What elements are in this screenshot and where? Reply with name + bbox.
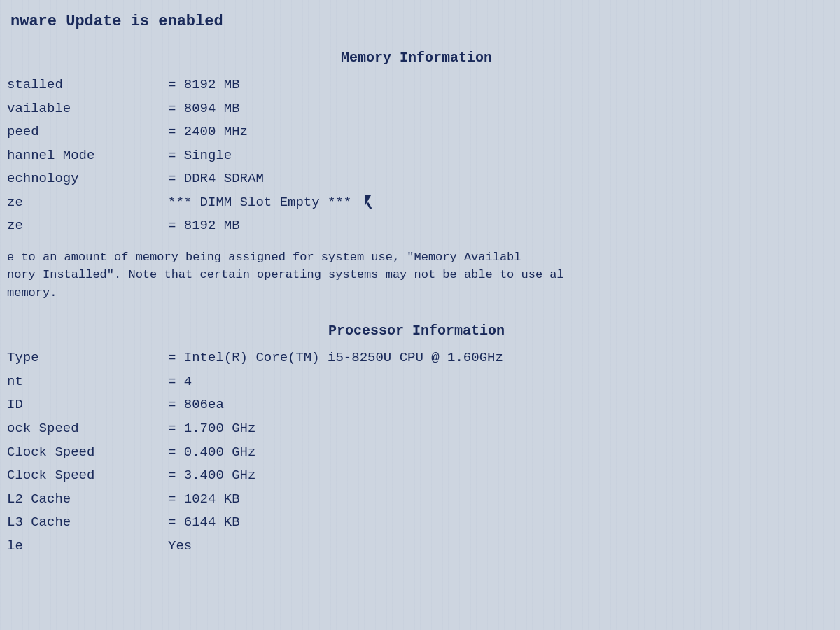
memory-value-dimm-empty: *** DIMM Slot Empty ***	[168, 193, 377, 213]
memory-label-channel: hannel Mode	[7, 146, 168, 166]
processor-label-l3cache: L3 Cache	[7, 513, 168, 533]
processor-label-clock1: ock Speed	[7, 419, 168, 439]
processor-value-capable: Yes	[168, 537, 192, 556]
firmware-notice: nware Update is enabled	[7, 13, 826, 30]
memory-row-dimm-empty: ze *** DIMM Slot Empty ***	[7, 193, 826, 213]
memory-label-size2: ze	[7, 216, 168, 236]
memory-label-size1: ze	[7, 193, 168, 213]
processor-row-type: Type = Intel(R) Core(TM) i5-8250U CPU @ …	[7, 349, 826, 368]
memory-section-title: Memory Information	[7, 50, 826, 66]
mouse-cursor	[365, 195, 377, 209]
processor-section-title: Processor Information	[7, 323, 826, 339]
processor-label-clock-max: Clock Speed	[7, 466, 168, 486]
memory-value-speed: = 2400 MHz	[168, 122, 248, 142]
memory-value-technology: = DDR4 SDRAM	[168, 169, 264, 189]
processor-row-l3cache: L3 Cache = 6144 KB	[7, 513, 826, 533]
processor-row-l2cache: L2 Cache = 1024 KB	[7, 490, 826, 510]
processor-value-clock1: = 1.700 GHz	[168, 419, 255, 439]
memory-label-technology: echnology	[7, 169, 168, 189]
memory-row-speed: peed = 2400 MHz	[7, 122, 826, 142]
processor-label-capable: le	[7, 537, 168, 556]
processor-row-id: ID = 806ea	[7, 396, 826, 415]
memory-value-installed: = 8192 MB	[168, 76, 240, 95]
processor-label-count: nt	[7, 372, 168, 392]
processor-value-clock-max: = 3.400 GHz	[168, 466, 255, 486]
page-content: nware Update is enabled Memory Informati…	[0, 0, 840, 591]
processor-value-count: = 4	[168, 372, 192, 392]
memory-label-installed: stalled	[7, 76, 168, 95]
processor-row-clock-min: Clock Speed = 0.400 GHz	[7, 443, 826, 463]
memory-row-technology: echnology = DDR4 SDRAM	[7, 169, 826, 189]
memory-label-available: vailable	[7, 99, 168, 119]
processor-value-type: = Intel(R) Core(TM) i5-8250U CPU @ 1.60G…	[168, 349, 503, 368]
processor-value-id: = 806ea	[168, 396, 224, 415]
memory-section: Memory Information stalled = 8192 MB vai…	[7, 50, 826, 302]
processor-label-id: ID	[7, 396, 168, 415]
memory-label-speed: peed	[7, 122, 168, 142]
memory-value-size2: = 8192 MB	[168, 216, 240, 236]
processor-row-count: nt = 4	[7, 372, 826, 392]
memory-row-available: vailable = 8094 MB	[7, 99, 826, 119]
memory-row-size2: ze = 8192 MB	[7, 216, 826, 236]
processor-label-clock-min: Clock Speed	[7, 443, 168, 463]
memory-note: e to an amount of memory being assigned …	[7, 248, 826, 302]
processor-row-clock1: ock Speed = 1.700 GHz	[7, 419, 826, 439]
processor-row-capable: le Yes	[7, 537, 826, 556]
memory-table: stalled = 8192 MB vailable = 8094 MB pee…	[7, 76, 826, 236]
processor-value-clock-min: = 0.400 GHz	[168, 443, 255, 463]
processor-label-type: Type	[7, 349, 168, 368]
processor-row-clock-max: Clock Speed = 3.400 GHz	[7, 466, 826, 486]
processor-value-l2cache: = 1024 KB	[168, 490, 240, 510]
processor-table: Type = Intel(R) Core(TM) i5-8250U CPU @ …	[7, 349, 826, 556]
processor-label-l2cache: L2 Cache	[7, 490, 168, 510]
processor-value-l3cache: = 6144 KB	[168, 513, 240, 533]
memory-row-installed: stalled = 8192 MB	[7, 76, 826, 95]
processor-section: Processor Information Type = Intel(R) Co…	[7, 323, 826, 556]
memory-value-channel: = Single	[168, 146, 232, 166]
memory-row-channel: hannel Mode = Single	[7, 146, 826, 166]
memory-value-available: = 8094 MB	[168, 99, 240, 119]
